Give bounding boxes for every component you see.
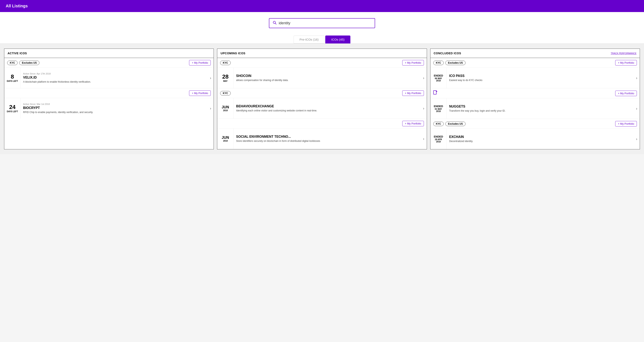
ico-date: 8DAYS LEFT [4,68,20,88]
search-box [269,18,375,28]
ico-date-number: 24 [9,104,16,110]
filter-tags: KYC [220,91,230,95]
section-upcoming-1: KYC+ My PortfolioJUN2018BEHAVIOUREXCHANG… [217,88,426,119]
track-performance-link[interactable]: TRACK PERFORMANCE [611,52,636,54]
tab-pre-icos[interactable]: Pre-ICOs (16) [294,35,324,43]
ico-date-number: 28 [222,74,228,80]
ico-details: SOCIAL ENVIRONMENT TECHNO...Store identi… [234,129,420,149]
tag-kyc: KYC [433,122,444,126]
ico-name: BEHAVIOUREXCHANGE [236,104,418,108]
filter-row-active-0: KYCExcludes US+ My Portfolio [4,58,214,68]
section-concluded-1: + My PortfolioENDED01 MAY 2018NUGGETSTra… [430,88,640,119]
list-item: 8DAYS LEFTActive Since: Apr 17th 2018VEL… [4,68,214,88]
section-concluded-2: KYCExcludes US+ My PortfolioENDED28 APR … [430,119,640,149]
ico-desc: A blockchain platform to enable friction… [23,80,205,84]
ico-desc: allows compensation for sharing of ident… [236,78,418,82]
ico-date-label: 01 MAY 2018 [432,108,444,112]
ico-date-label: DAYS LEFT [7,110,18,113]
filter-row-concluded-0: KYCExcludes US+ My Portfolio [430,58,640,68]
main-content: ACTIVE ICOSKYCExcludes US+ My Portfolio8… [0,44,644,154]
search-area [0,12,644,32]
column-active: ACTIVE ICOSKYCExcludes US+ My Portfolio8… [4,48,214,149]
ico-desc: Easiest way to do KYC checks [449,78,631,82]
ico-name: VELIX.ID [23,76,205,79]
section-concluded-0: KYCExcludes US+ My PortfolioENDED06 MAY … [430,58,640,88]
column-title-concluded: CONCLUDED ICOS [434,52,461,55]
column-title-upcoming: UPCOMING ICOS [220,52,246,55]
search-input[interactable] [279,21,372,25]
ico-date-label: MAY [223,80,228,82]
column-header-active: ACTIVE ICOS [4,49,214,58]
ico-name: NUGGETS [449,105,631,108]
chevron-right-icon[interactable]: › [420,98,427,119]
filter-row-concluded-2: KYCExcludes US+ My Portfolio [430,119,640,129]
ico-date: JUN2018 [217,98,234,119]
ico-date-number: ENDED [434,74,443,77]
filter-tags: KYCExcludes US [433,122,466,126]
ico-details: ICO PASSEasiest way to do KYC checks [447,68,634,88]
column-upcoming: UPCOMING ICOSKYC+ My Portfolio28MAYSHOCO… [217,48,427,149]
list-item: 28MAYSHOCOINallows compensation for shar… [217,68,426,88]
ico-desc: Store identifiers securely on blockchain… [236,139,418,143]
chevron-right-icon[interactable]: › [420,129,427,149]
chevron-right-icon[interactable]: › [634,68,640,88]
filter-row-upcoming-0: KYC+ My Portfolio [217,58,426,68]
list-item: ENDED06 MAY 2018ICO PASSEasiest way to d… [430,68,640,88]
portfolio-btn-upcoming-1[interactable]: + My Portfolio [402,90,424,96]
portfolio-btn-active-1[interactable]: + My Portfolio [189,90,211,96]
filter-tags: KYCExcludes US [433,61,466,65]
ico-date-number: JUN [222,136,229,139]
ico-date: 24DAYS LEFT [4,98,20,119]
ico-date-label: 2018 [223,109,228,112]
ico-date: ENDED28 APR 2018 [430,129,447,149]
ico-date: JUN2018 [217,129,234,149]
svg-rect-2 [434,91,436,94]
column-header-upcoming: UPCOMING ICOS [217,49,426,58]
tag-excludes-us: Excludes US [445,122,466,126]
ico-desc: Identifying each online visitor and cust… [236,109,418,112]
tab-icos[interactable]: ICOs (45) [325,35,350,43]
ico-meta: Active Since: Mar 1st 2018 [23,103,205,105]
section-active-0: KYCExcludes US+ My Portfolio8DAYS LEFTAc… [4,58,214,88]
tag-excludes-us: Excludes US [19,61,40,65]
ico-details: BEHAVIOUREXCHANGEIdentifying each online… [234,98,420,119]
ico-date-label: 06 MAY 2018 [432,77,444,82]
chevron-right-icon[interactable]: › [634,129,640,149]
ico-date-label: 28 APR 2018 [432,138,444,143]
page-title: All Listings [6,4,28,8]
filter-tags [433,90,437,96]
column-header-concluded: CONCLUDED ICOSTRACK PERFORMANCE [430,49,640,58]
portfolio-btn-concluded-2[interactable]: + My Portfolio [615,121,637,126]
tag-kyc: KYC [7,61,18,65]
portfolio-btn-upcoming-2[interactable]: + My Portfolio [402,121,424,126]
ico-date-number: JUN [222,105,229,109]
search-icon [272,20,277,26]
ico-desc: Decentralized identity. [449,140,631,143]
doc-icon [433,90,437,96]
column-title-active: ACTIVE ICOS [8,52,27,55]
ico-meta: Active Since: Apr 17th 2018 [23,72,205,75]
ico-date-label: DAYS LEFT [7,80,18,82]
portfolio-btn-concluded-0[interactable]: + My Portfolio [615,60,637,65]
portfolio-btn-concluded-1[interactable]: + My Portfolio [615,91,637,96]
chevron-right-icon[interactable]: › [208,98,214,119]
section-active-1: + My Portfolio24DAYS LEFTActive Since: M… [4,88,214,119]
chevron-right-icon[interactable]: › [634,98,640,119]
tag-excludes-us: Excludes US [445,61,466,65]
ico-date-number: ENDED [434,135,443,138]
ico-desc: Transform the way you buy, login and ver… [449,109,631,113]
header: All Listings [0,0,644,12]
chevron-right-icon[interactable]: › [420,68,427,88]
portfolio-btn-upcoming-0[interactable]: + My Portfolio [402,60,424,65]
ico-details: SHOCOINallows compensation for sharing o… [234,68,420,88]
svg-line-1 [275,23,276,24]
ico-date-number: ENDED [434,105,443,107]
ico-date: ENDED01 MAY 2018 [430,98,447,119]
chevron-right-icon[interactable]: › [208,68,214,88]
portfolio-btn-active-0[interactable]: + My Portfolio [189,60,211,65]
list-item: JUN2018SOCIAL ENVIRONMENT TECHNO...Store… [217,129,426,149]
ico-name: EXCHAIN [449,135,631,139]
ico-desc: RFID Chip to enable payments, identity v… [23,111,205,114]
ico-date-label: 2018 [223,140,228,142]
tag-kyc: KYC [220,61,230,65]
